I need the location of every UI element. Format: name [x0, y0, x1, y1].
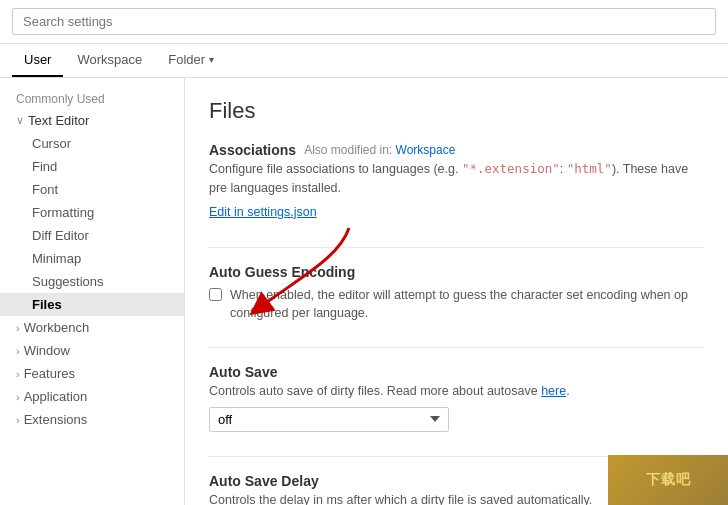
- code-html: "html": [567, 161, 612, 176]
- sidebar: Commonly Used ∨ Text Editor Cursor Find …: [0, 78, 185, 505]
- divider-2: [209, 347, 704, 348]
- sidebar-text-editor-label: Text Editor: [28, 113, 89, 128]
- sidebar-item-formatting[interactable]: Formatting: [0, 201, 184, 224]
- sidebar-workbench-label: Workbench: [24, 320, 90, 335]
- associations-desc: Configure file associations to languages…: [209, 160, 704, 198]
- sidebar-application-group[interactable]: › Application: [0, 385, 184, 408]
- chevron-down-icon: ∨: [16, 114, 24, 127]
- chevron-right-icon: ›: [16, 368, 20, 380]
- page-title: Files: [209, 98, 704, 124]
- workspace-link[interactable]: Workspace: [396, 143, 456, 157]
- also-modified-label: Also modified in: Workspace: [304, 143, 455, 157]
- sidebar-item-diff-editor[interactable]: Diff Editor: [0, 224, 184, 247]
- auto-save-select-row: off afterDelay onFocusChange onWindowCha…: [209, 407, 704, 432]
- sidebar-commonly-used: Commonly Used: [0, 86, 184, 109]
- chevron-right-icon: ›: [16, 345, 20, 357]
- auto-save-section: Auto Save Controls auto save of dirty fi…: [209, 364, 704, 432]
- auto-guess-checkbox-row: When enabled, the editor will attempt to…: [209, 286, 704, 324]
- watermark: 下载吧: [608, 455, 728, 505]
- sidebar-item-font[interactable]: Font: [0, 178, 184, 201]
- sidebar-features-label: Features: [24, 366, 75, 381]
- search-input[interactable]: [12, 8, 716, 35]
- content-area: Files Associations Also modified in: Wor…: [185, 78, 728, 505]
- edit-settings-link[interactable]: Edit in settings.json: [209, 205, 317, 219]
- sidebar-item-suggestions[interactable]: Suggestions: [0, 270, 184, 293]
- sidebar-item-find[interactable]: Find: [0, 155, 184, 178]
- sidebar-features-group[interactable]: › Features: [0, 362, 184, 385]
- sidebar-window-label: Window: [24, 343, 70, 358]
- sidebar-window-group[interactable]: › Window: [0, 339, 184, 362]
- sidebar-extensions-label: Extensions: [24, 412, 88, 427]
- sidebar-item-cursor[interactable]: Cursor: [0, 132, 184, 155]
- tab-workspace[interactable]: Workspace: [65, 44, 154, 77]
- chevron-down-icon: ▾: [209, 54, 214, 65]
- sidebar-item-files[interactable]: Files: [0, 293, 184, 316]
- auto-guess-section: Auto Guess Encoding When enabled, the ed…: [209, 264, 704, 324]
- auto-save-title: Auto Save: [209, 364, 704, 380]
- sidebar-workbench-group[interactable]: › Workbench: [0, 316, 184, 339]
- tab-user[interactable]: User: [12, 44, 63, 77]
- chevron-right-icon: ›: [16, 322, 20, 334]
- associations-title: Associations Also modified in: Workspace: [209, 142, 704, 158]
- auto-guess-title: Auto Guess Encoding: [209, 264, 704, 280]
- watermark-text: 下载吧: [646, 471, 691, 489]
- tab-folder[interactable]: Folder ▾: [156, 44, 226, 77]
- auto-guess-desc: When enabled, the editor will attempt to…: [230, 286, 704, 324]
- tab-bar: User Workspace Folder ▾: [0, 44, 728, 78]
- chevron-right-icon: ›: [16, 414, 20, 426]
- code-extension: "*.extension": [462, 161, 560, 176]
- auto-save-select[interactable]: off afterDelay onFocusChange onWindowCha…: [209, 407, 449, 432]
- divider-1: [209, 247, 704, 248]
- sidebar-application-label: Application: [24, 389, 88, 404]
- here-link[interactable]: here: [541, 384, 566, 398]
- sidebar-item-minimap[interactable]: Minimap: [0, 247, 184, 270]
- associations-section: Associations Also modified in: Workspace…: [209, 142, 704, 223]
- sidebar-extensions-group[interactable]: › Extensions: [0, 408, 184, 431]
- sidebar-text-editor-group[interactable]: ∨ Text Editor: [0, 109, 184, 132]
- auto-guess-checkbox[interactable]: [209, 288, 222, 301]
- chevron-right-icon: ›: [16, 391, 20, 403]
- auto-save-desc: Controls auto save of dirty files. Read …: [209, 382, 704, 401]
